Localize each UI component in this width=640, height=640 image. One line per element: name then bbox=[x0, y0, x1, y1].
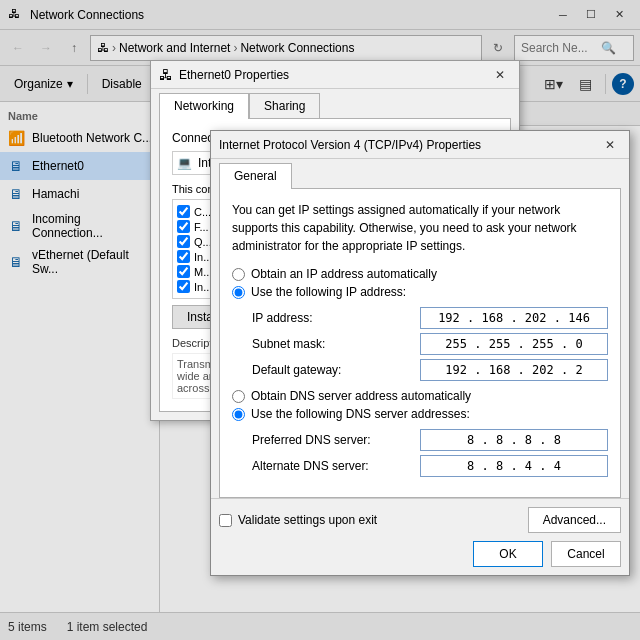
dns-section: Obtain DNS server address automatically … bbox=[232, 389, 608, 421]
ip-radio-group: Obtain an IP address automatically Use t… bbox=[232, 267, 608, 299]
cancel-button[interactable]: Cancel bbox=[551, 541, 621, 567]
ok-button[interactable]: OK bbox=[473, 541, 543, 567]
ip-address-value: 192 . 168 . 202 . 146 bbox=[438, 311, 590, 325]
auto-ip-radio[interactable] bbox=[232, 268, 245, 281]
alternate-dns-value: 8 . 8 . 4 . 4 bbox=[467, 459, 561, 473]
gateway-field[interactable]: 192 . 168 . 202 . 2 bbox=[420, 359, 608, 381]
auto-dns-label: Obtain DNS server address automatically bbox=[251, 389, 471, 403]
tab-sharing[interactable]: Sharing bbox=[249, 93, 320, 118]
ipv4-dialog-close[interactable]: ✕ bbox=[599, 134, 621, 156]
manual-ip-label: Use the following IP address: bbox=[251, 285, 406, 299]
ipv4-tab-general[interactable]: General bbox=[219, 163, 292, 189]
auto-ip-label: Obtain an IP address automatically bbox=[251, 267, 437, 281]
ipv4-dialog-titlebar: Internet Protocol Version 4 (TCP/IPv4) P… bbox=[211, 131, 629, 159]
component-checkbox[interactable] bbox=[177, 265, 190, 278]
ethernet-dialog-icon: 🖧 bbox=[159, 67, 173, 83]
component-checkbox[interactable] bbox=[177, 235, 190, 248]
ethernet-tab-bar: Networking Sharing bbox=[151, 89, 519, 118]
subnet-label: Subnet mask: bbox=[252, 337, 412, 351]
manual-dns-radio-row: Use the following DNS server addresses: bbox=[232, 407, 608, 421]
preferred-dns-field[interactable]: 8 . 8 . 8 . 8 bbox=[420, 429, 608, 451]
subnet-value: 255 . 255 . 255 . 0 bbox=[445, 337, 582, 351]
manual-ip-radio-row: Use the following IP address: bbox=[232, 285, 608, 299]
dns-fields-grid: Preferred DNS server: 8 . 8 . 8 . 8 Alte… bbox=[252, 429, 608, 477]
gateway-label: Default gateway: bbox=[252, 363, 412, 377]
component-checkbox[interactable] bbox=[177, 280, 190, 293]
ip-fields-grid: IP address: 192 . 168 . 202 . 146 Subnet… bbox=[252, 307, 608, 381]
ip-address-field[interactable]: 192 . 168 . 202 . 146 bbox=[420, 307, 608, 329]
validate-checkbox[interactable] bbox=[219, 514, 232, 527]
component-checkbox[interactable] bbox=[177, 250, 190, 263]
ip-address-label: IP address: bbox=[252, 311, 412, 325]
auto-dns-radio[interactable] bbox=[232, 390, 245, 403]
ipv4-description: You can get IP settings assigned automat… bbox=[232, 201, 608, 255]
validate-label: Validate settings upon exit bbox=[238, 513, 377, 527]
subnet-field[interactable]: 255 . 255 . 255 . 0 bbox=[420, 333, 608, 355]
preferred-dns-label: Preferred DNS server: bbox=[252, 433, 412, 447]
footer-buttons: OK Cancel bbox=[473, 541, 621, 567]
ipv4-tab-bar: General bbox=[211, 159, 629, 188]
gateway-value: 192 . 168 . 202 . 2 bbox=[445, 363, 582, 377]
ipv4-tab-content: You can get IP settings assigned automat… bbox=[219, 188, 621, 498]
ethernet-dialog-titlebar: 🖧 Ethernet0 Properties ✕ bbox=[151, 61, 519, 89]
validate-row: Validate settings upon exit Advanced... bbox=[219, 507, 621, 533]
component-checkbox[interactable] bbox=[177, 220, 190, 233]
manual-dns-radio[interactable] bbox=[232, 408, 245, 421]
alternate-dns-label: Alternate DNS server: bbox=[252, 459, 412, 473]
auto-dns-radio-row: Obtain DNS server address automatically bbox=[232, 389, 608, 403]
preferred-dns-value: 8 . 8 . 8 . 8 bbox=[467, 433, 561, 447]
tab-networking[interactable]: Networking bbox=[159, 93, 249, 119]
component-checkbox[interactable] bbox=[177, 205, 190, 218]
alternate-dns-field[interactable]: 8 . 8 . 4 . 4 bbox=[420, 455, 608, 477]
ipv4-properties-dialog: Internet Protocol Version 4 (TCP/IPv4) P… bbox=[210, 130, 630, 576]
adapter-icon: 💻 bbox=[177, 156, 192, 170]
ethernet-dialog-title: Ethernet0 Properties bbox=[179, 68, 489, 82]
advanced-button[interactable]: Advanced... bbox=[528, 507, 621, 533]
auto-ip-radio-row: Obtain an IP address automatically bbox=[232, 267, 608, 281]
manual-ip-radio[interactable] bbox=[232, 286, 245, 299]
manual-dns-label: Use the following DNS server addresses: bbox=[251, 407, 470, 421]
ipv4-footer: Validate settings upon exit Advanced... … bbox=[211, 498, 629, 575]
ethernet-dialog-close[interactable]: ✕ bbox=[489, 64, 511, 86]
ipv4-dialog-title: Internet Protocol Version 4 (TCP/IPv4) P… bbox=[219, 138, 481, 152]
